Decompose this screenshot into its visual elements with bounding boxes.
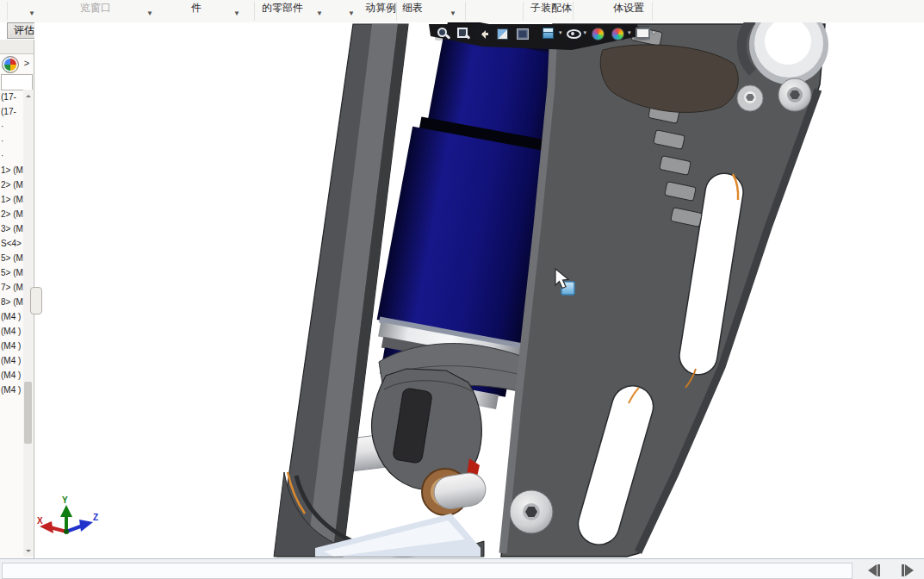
- view-settings-caret-icon[interactable]: ▾: [653, 29, 656, 36]
- step-back-icon: [868, 564, 877, 576]
- tree-item[interactable]: (17-: [1, 104, 23, 119]
- zoom-to-area-icon[interactable]: [455, 26, 471, 40]
- zoom-to-fit-icon[interactable]: [435, 26, 451, 40]
- view-settings-icon[interactable]: [634, 26, 650, 40]
- ribbon-button-label[interactable]: 体设置: [613, 1, 644, 16]
- ribbon-group-separator: [652, 2, 653, 21]
- previous-view-icon[interactable]: [474, 26, 491, 40]
- ribbon-dropdown-caret-icon[interactable]: ▼: [316, 9, 323, 17]
- apply-scene-caret-icon[interactable]: ▾: [628, 29, 631, 36]
- ribbon-group-separator: [7, 2, 8, 21]
- ribbon-button-label[interactable]: 动算例: [365, 1, 396, 16]
- ribbon-button-label[interactable]: 件: [191, 1, 202, 16]
- step-forward-button[interactable]: [896, 563, 918, 577]
- scroll-up-icon[interactable]: [23, 90, 33, 101]
- ribbon-group-separator: [573, 2, 574, 21]
- tree-item[interactable]: (M4 ): [1, 324, 23, 339]
- triad-z-label: Z: [93, 513, 98, 522]
- tree-scrollbar[interactable]: [23, 90, 33, 557]
- tree-item[interactable]: (M4 ): [1, 383, 23, 397]
- edit-appearance-icon[interactable]: [589, 26, 605, 40]
- ribbon-group-separator: [523, 2, 524, 21]
- tree-item[interactable]: (M4 ): [1, 353, 23, 368]
- hide-show-items-caret-icon[interactable]: ▾: [584, 29, 587, 36]
- ribbon-group-separator: [396, 2, 397, 21]
- tree-item[interactable]: 2> (M: [1, 177, 23, 192]
- orientation-triad: Y X Z: [37, 495, 98, 534]
- ribbon-button-label[interactable]: 细表: [402, 1, 423, 16]
- tree-item[interactable]: (M4 ): [1, 368, 23, 383]
- tree-item[interactable]: ·: [1, 134, 23, 148]
- tree-filter-input[interactable]: [1, 74, 33, 90]
- tree-item[interactable]: 1> (M: [1, 163, 23, 177]
- tree-item[interactable]: 1> (M: [1, 192, 23, 207]
- tree-item[interactable]: 5> (M: [1, 251, 23, 265]
- tree-item[interactable]: 7> (M: [1, 280, 23, 295]
- tree-item[interactable]: S<4>: [1, 236, 23, 251]
- tree-item[interactable]: (17-: [1, 90, 23, 104]
- section-view-icon[interactable]: [494, 26, 511, 40]
- ribbon-button-label[interactable]: 子装配体: [530, 1, 572, 16]
- feature-manager-panel: > (17-(17-···1> (M2> (M1> (M2> (M3> (MS<…: [0, 40, 34, 558]
- appearance-wheel-icon[interactable]: [2, 56, 19, 73]
- view-orientation-caret-icon[interactable]: ▾: [559, 29, 562, 36]
- feature-tree: (17-(17-···1> (M2> (M1> (M2> (M3> (MS<4>…: [1, 90, 23, 397]
- tree-item[interactable]: 8> (M: [1, 295, 23, 309]
- tree-item[interactable]: 3> (M: [1, 221, 23, 236]
- graphics-area[interactable]: Y X Z: [34, 22, 924, 558]
- heads-up-toolbar: ▾▾▾▾: [435, 25, 658, 40]
- ribbon-button-label[interactable]: 览窗口: [80, 1, 111, 16]
- 3d-model-assembly: Y X Z: [34, 22, 924, 558]
- command-manager-strip: 览窗口件的零部件动算例细表子装配体体设置▼▼▼▼▼▼: [0, 0, 924, 23]
- ribbon-dropdown-caret-icon[interactable]: ▼: [450, 9, 456, 17]
- hide-show-items-icon[interactable]: [565, 26, 581, 40]
- tree-item[interactable]: (M4 ): [1, 339, 23, 353]
- tree-item[interactable]: 5> (M: [1, 265, 23, 280]
- ribbon-dropdown-caret-icon[interactable]: ▼: [233, 9, 240, 17]
- step-back-button[interactable]: [863, 563, 885, 577]
- expand-panel-button[interactable]: >: [22, 57, 32, 70]
- triad-x-label: X: [37, 516, 43, 526]
- triad-y-label: Y: [62, 495, 68, 505]
- status-bar: [0, 558, 924, 579]
- solidworks-window: 览窗口件的零部件动算例细表子装配体体设置▼▼▼▼▼▼ 评估SOLIDWORKS …: [0, 0, 924, 579]
- scroll-down-icon[interactable]: [23, 545, 33, 557]
- status-message-box: [2, 563, 853, 579]
- ribbon-dropdown-caret-icon[interactable]: ▼: [348, 9, 355, 17]
- panel-tab-strip: [0, 40, 34, 54]
- ribbon-group-separator: [254, 2, 255, 21]
- step-forward-icon: [905, 564, 914, 576]
- panel-splitter-grip[interactable]: [30, 287, 42, 314]
- tree-item[interactable]: (M4 ): [1, 309, 23, 324]
- ribbon-dropdown-caret-icon[interactable]: ▼: [146, 9, 153, 17]
- ribbon-button-label[interactable]: 的零部件: [262, 1, 303, 16]
- ribbon-dropdown-caret-icon[interactable]: ▼: [28, 9, 35, 17]
- scrollbar-thumb[interactable]: [24, 382, 32, 444]
- ribbon-group-separator: [465, 2, 466, 21]
- apply-scene-icon[interactable]: [609, 26, 625, 40]
- dynamic-annotation-views-icon[interactable]: [514, 26, 530, 40]
- tree-item[interactable]: ·: [1, 148, 23, 163]
- tree-item[interactable]: ·: [1, 119, 23, 134]
- tree-item[interactable]: 2> (M: [1, 207, 23, 221]
- view-orientation-icon[interactable]: [540, 26, 556, 40]
